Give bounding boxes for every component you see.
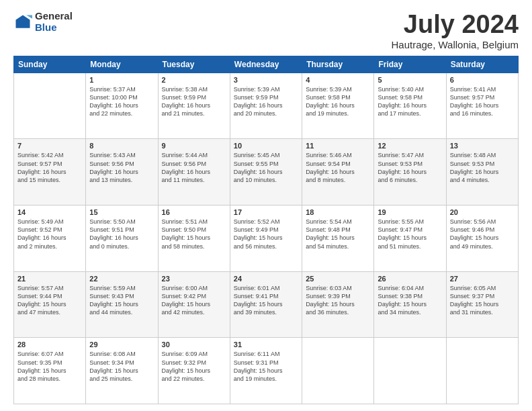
day-number: 24 — [234, 275, 298, 283]
day-header-saturday: Saturday — [446, 56, 518, 73]
cell-text: Sunrise: 5:59 AM Sunset: 9:43 PM Dayligh… — [89, 284, 154, 317]
cell-text: Sunrise: 5:56 AM Sunset: 9:46 PM Dayligh… — [450, 218, 515, 250]
cell-text: Sunrise: 6:03 AM Sunset: 9:39 PM Dayligh… — [306, 284, 370, 317]
day-number: 26 — [378, 275, 442, 283]
day-number: 11 — [306, 142, 370, 150]
calendar-header: SundayMondayTuesdayWednesdayThursdayFrid… — [14, 56, 519, 73]
cell-text: Sunrise: 5:43 AM Sunset: 9:56 PM Dayligh… — [89, 151, 154, 184]
calendar-week-3: 21Sunrise: 5:57 AM Sunset: 9:44 PM Dayli… — [14, 271, 519, 338]
calendar-cell: 28Sunrise: 6:07 AM Sunset: 9:35 PM Dayli… — [14, 338, 86, 404]
cell-text: Sunrise: 5:51 AM Sunset: 9:50 PM Dayligh… — [162, 218, 226, 250]
day-number: 17 — [234, 208, 298, 216]
cell-text: Sunrise: 5:44 AM Sunset: 9:56 PM Dayligh… — [162, 151, 226, 184]
calendar-cell: 30Sunrise: 6:09 AM Sunset: 9:32 PM Dayli… — [158, 338, 230, 404]
cell-text: Sunrise: 5:47 AM Sunset: 9:53 PM Dayligh… — [378, 151, 442, 184]
calendar-week-2: 14Sunrise: 5:49 AM Sunset: 9:52 PM Dayli… — [14, 205, 519, 272]
day-header-monday: Monday — [86, 56, 158, 73]
cell-text: Sunrise: 5:45 AM Sunset: 9:55 PM Dayligh… — [234, 151, 298, 184]
calendar-cell: 31Sunrise: 6:11 AM Sunset: 9:31 PM Dayli… — [230, 338, 302, 404]
day-number: 18 — [306, 208, 370, 216]
calendar-week-4: 28Sunrise: 6:07 AM Sunset: 9:35 PM Dayli… — [14, 338, 519, 404]
location: Hautrage, Wallonia, Belgium — [391, 39, 519, 50]
day-number: 28 — [17, 340, 82, 349]
calendar-cell: 16Sunrise: 5:51 AM Sunset: 9:50 PM Dayli… — [158, 205, 230, 272]
calendar-cell: 13Sunrise: 5:48 AM Sunset: 9:53 PM Dayli… — [446, 139, 518, 205]
day-number: 30 — [162, 340, 226, 349]
calendar-cell: 4Sunrise: 5:39 AM Sunset: 9:58 PM Daylig… — [302, 73, 374, 139]
calendar-cell: 15Sunrise: 5:50 AM Sunset: 9:51 PM Dayli… — [86, 205, 158, 272]
calendar-cell: 3Sunrise: 5:39 AM Sunset: 9:59 PM Daylig… — [230, 73, 302, 139]
day-number: 4 — [306, 76, 370, 84]
cell-text: Sunrise: 5:46 AM Sunset: 9:54 PM Dayligh… — [306, 151, 370, 184]
day-number: 12 — [378, 142, 442, 150]
calendar-cell — [302, 338, 374, 404]
calendar-cell: 1Sunrise: 5:37 AM Sunset: 10:00 PM Dayli… — [86, 73, 158, 139]
calendar-week-1: 7Sunrise: 5:42 AM Sunset: 9:57 PM Daylig… — [14, 139, 519, 205]
logo-blue-text: Blue — [35, 22, 73, 34]
cell-text: Sunrise: 5:52 AM Sunset: 9:49 PM Dayligh… — [234, 218, 298, 250]
calendar-cell: 6Sunrise: 5:41 AM Sunset: 9:57 PM Daylig… — [446, 73, 518, 139]
cell-text: Sunrise: 5:50 AM Sunset: 9:51 PM Dayligh… — [89, 218, 154, 250]
cell-text: Sunrise: 5:42 AM Sunset: 9:57 PM Dayligh… — [17, 151, 82, 184]
calendar-week-0: 1Sunrise: 5:37 AM Sunset: 10:00 PM Dayli… — [14, 73, 519, 139]
calendar-cell: 20Sunrise: 5:56 AM Sunset: 9:46 PM Dayli… — [446, 205, 518, 272]
day-number: 9 — [162, 142, 226, 150]
day-number: 14 — [17, 208, 82, 216]
day-number: 21 — [17, 275, 82, 283]
day-number: 25 — [306, 275, 370, 283]
cell-text: Sunrise: 6:07 AM Sunset: 9:35 PM Dayligh… — [17, 350, 82, 383]
cell-text: Sunrise: 5:39 AM Sunset: 9:59 PM Dayligh… — [234, 85, 298, 118]
calendar-body: 1Sunrise: 5:37 AM Sunset: 10:00 PM Dayli… — [14, 73, 519, 404]
cell-text: Sunrise: 5:48 AM Sunset: 9:53 PM Dayligh… — [450, 151, 515, 184]
cell-text: Sunrise: 6:08 AM Sunset: 9:34 PM Dayligh… — [89, 350, 154, 383]
logo-icon — [13, 13, 32, 32]
calendar-cell: 12Sunrise: 5:47 AM Sunset: 9:53 PM Dayli… — [374, 139, 446, 205]
day-number: 5 — [378, 76, 442, 84]
calendar-cell: 2Sunrise: 5:38 AM Sunset: 9:59 PM Daylig… — [158, 73, 230, 139]
calendar-cell: 14Sunrise: 5:49 AM Sunset: 9:52 PM Dayli… — [14, 205, 86, 272]
day-number: 10 — [234, 142, 298, 150]
cell-text: Sunrise: 6:04 AM Sunset: 9:38 PM Dayligh… — [378, 284, 442, 317]
svg-marker-0 — [16, 15, 30, 28]
day-header-thursday: Thursday — [302, 56, 374, 73]
calendar-table: SundayMondayTuesdayWednesdayThursdayFrid… — [13, 56, 519, 404]
calendar-cell: 24Sunrise: 6:01 AM Sunset: 9:41 PM Dayli… — [230, 271, 302, 338]
calendar-cell: 26Sunrise: 6:04 AM Sunset: 9:38 PM Dayli… — [374, 271, 446, 338]
header: General Blue July 2024 Hautrage, Walloni… — [13, 11, 519, 50]
cell-text: Sunrise: 6:05 AM Sunset: 9:37 PM Dayligh… — [450, 284, 515, 317]
cell-text: Sunrise: 5:49 AM Sunset: 9:52 PM Dayligh… — [17, 218, 82, 250]
day-number: 2 — [162, 76, 226, 84]
day-number: 8 — [89, 142, 154, 150]
cell-text: Sunrise: 5:54 AM Sunset: 9:48 PM Dayligh… — [306, 218, 370, 250]
day-number: 6 — [450, 76, 515, 84]
day-number: 20 — [450, 208, 515, 216]
day-header-sunday: Sunday — [14, 56, 86, 73]
cell-text: Sunrise: 6:01 AM Sunset: 9:41 PM Dayligh… — [234, 284, 298, 317]
cell-text: Sunrise: 5:38 AM Sunset: 9:59 PM Dayligh… — [162, 85, 226, 118]
day-number: 7 — [17, 142, 82, 150]
calendar-cell: 10Sunrise: 5:45 AM Sunset: 9:55 PM Dayli… — [230, 139, 302, 205]
day-number: 27 — [450, 275, 515, 283]
calendar-cell: 11Sunrise: 5:46 AM Sunset: 9:54 PM Dayli… — [302, 139, 374, 205]
calendar-cell: 27Sunrise: 6:05 AM Sunset: 9:37 PM Dayli… — [446, 271, 518, 338]
calendar-cell: 29Sunrise: 6:08 AM Sunset: 9:34 PM Dayli… — [86, 338, 158, 404]
cell-text: Sunrise: 6:00 AM Sunset: 9:42 PM Dayligh… — [162, 284, 226, 317]
calendar-cell: 19Sunrise: 5:55 AM Sunset: 9:47 PM Dayli… — [374, 205, 446, 272]
calendar-cell: 7Sunrise: 5:42 AM Sunset: 9:57 PM Daylig… — [14, 139, 86, 205]
days-header-row: SundayMondayTuesdayWednesdayThursdayFrid… — [14, 56, 519, 73]
cell-text: Sunrise: 6:09 AM Sunset: 9:32 PM Dayligh… — [162, 350, 226, 383]
calendar-cell: 5Sunrise: 5:40 AM Sunset: 9:58 PM Daylig… — [374, 73, 446, 139]
month-title: July 2024 — [391, 11, 519, 39]
logo-text: General Blue — [35, 11, 73, 33]
day-header-tuesday: Tuesday — [158, 56, 230, 73]
day-number: 29 — [89, 340, 154, 349]
calendar-cell — [14, 73, 86, 139]
cell-text: Sunrise: 5:55 AM Sunset: 9:47 PM Dayligh… — [378, 218, 442, 250]
day-number: 31 — [234, 340, 298, 349]
logo-general-text: General — [35, 11, 73, 22]
calendar-cell: 22Sunrise: 5:59 AM Sunset: 9:43 PM Dayli… — [86, 271, 158, 338]
cell-text: Sunrise: 5:37 AM Sunset: 10:00 PM Daylig… — [89, 85, 154, 118]
day-number: 3 — [234, 76, 298, 84]
day-header-friday: Friday — [374, 56, 446, 73]
calendar-cell: 8Sunrise: 5:43 AM Sunset: 9:56 PM Daylig… — [86, 139, 158, 205]
